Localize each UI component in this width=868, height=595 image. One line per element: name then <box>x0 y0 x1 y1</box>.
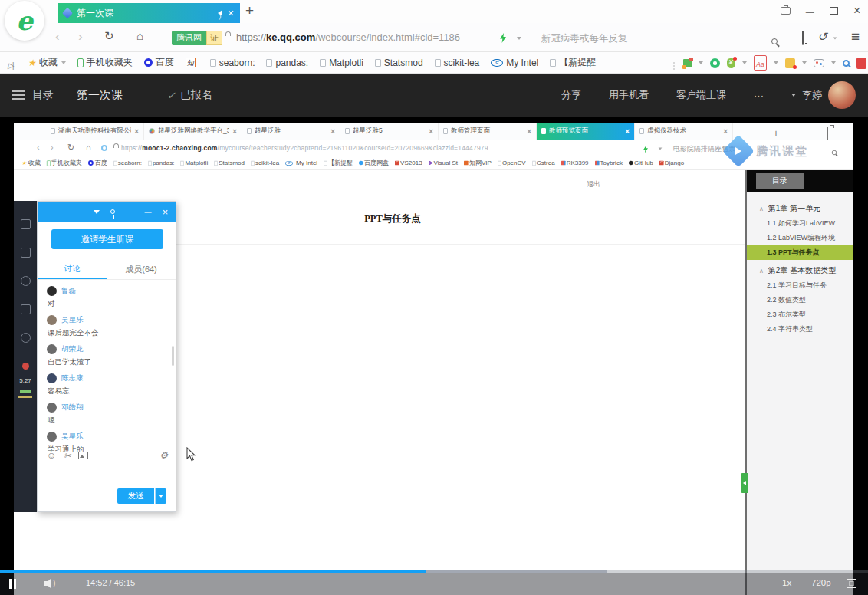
search-icon[interactable] <box>771 38 778 44</box>
rail-tool-icon[interactable] <box>21 304 31 314</box>
extension-gamepad-icon[interactable] <box>814 59 824 67</box>
logout-link[interactable]: 退出 <box>587 179 600 189</box>
tab-close-icon[interactable] <box>228 7 234 19</box>
client-app-button[interactable]: 客户端上课 <box>676 88 726 102</box>
forward-icon[interactable]: › <box>78 29 83 44</box>
outline-row[interactable]: 2.3 布尔类型 <box>747 307 853 322</box>
maximize-icon[interactable] <box>830 7 838 15</box>
user-menu[interactable]: 李婷 <box>791 81 856 109</box>
bookmark-item[interactable]: seaborn: <box>210 58 255 68</box>
inner-bookmark-item: 【新提醒 <box>324 159 353 167</box>
extension-red-icon[interactable] <box>856 58 866 69</box>
extension-blocks-icon[interactable] <box>683 59 692 67</box>
course-header: 目录 第一次课 已报名 分享 用手机看 客户端上课 ··· 李婷 <box>0 74 868 117</box>
more-button[interactable]: ··· <box>754 90 764 101</box>
browser-tab[interactable]: 第一次课 <box>58 3 240 23</box>
send-button[interactable]: 发送 <box>117 488 154 504</box>
outline-row[interactable]: 1.2 LabVIEW编程环境 <box>747 231 853 245</box>
outline-row[interactable]: 第1章 第一单元 <box>747 201 853 216</box>
settings-gear-icon[interactable] <box>159 450 168 461</box>
home-icon[interactable]: ⌂ <box>136 29 143 42</box>
rail-tool-icon[interactable] <box>21 248 31 258</box>
bookmark-item[interactable]: 手机收藏夹 <box>77 56 133 69</box>
chat-titlebar[interactable] <box>38 202 176 222</box>
back-icon[interactable]: ‹ <box>55 29 60 44</box>
tab-audio-icon[interactable] <box>218 10 222 16</box>
undo-icon[interactable] <box>817 30 827 44</box>
outline-tab[interactable]: 目录 <box>756 173 804 189</box>
invite-students-button[interactable]: 邀请学生听课 <box>51 229 163 249</box>
phone-sync-icon[interactable] <box>802 31 804 45</box>
outline-row[interactable]: 2.2 数值类型 <box>747 293 853 307</box>
chevron-down-icon[interactable] <box>774 61 778 64</box>
outline-row[interactable]: 1.3 PPT与任务点 <box>747 245 853 260</box>
screenshot-icon[interactable] <box>64 451 71 461</box>
rail-tool-icon[interactable] <box>21 219 31 229</box>
bookmark-item[interactable]: Statsmod <box>375 58 423 68</box>
extension-translate-icon[interactable] <box>754 55 767 71</box>
tab-discussion[interactable]: 讨论 <box>38 260 107 279</box>
search-input[interactable]: 新冠病毒或每年反复 <box>541 32 628 45</box>
volume-icon[interactable]: ) <box>44 579 57 589</box>
bookmark-icon <box>28 58 36 68</box>
extension-zoom-icon[interactable] <box>843 60 850 67</box>
chevron-down-icon[interactable] <box>94 210 100 214</box>
minimize-icon[interactable] <box>806 4 814 18</box>
rail-tool-icon[interactable] <box>21 276 31 286</box>
outline-row[interactable]: 2.4 字符串类型 <box>747 322 853 337</box>
chevron-down-icon[interactable] <box>699 61 703 64</box>
bookmark-item[interactable]: Matplotli <box>320 58 363 68</box>
reload-icon[interactable]: ↻ <box>104 29 114 43</box>
menu-icon[interactable] <box>851 28 860 45</box>
bookmark-item[interactable]: pandas: <box>266 58 308 68</box>
inner-bookmark-item: 知网VIP <box>464 159 492 167</box>
bookmark-item[interactable] <box>186 58 199 67</box>
rail-tool-icon[interactable] <box>21 333 31 343</box>
tab-members[interactable]: 成员(64) <box>107 260 176 279</box>
new-tab-button[interactable] <box>245 2 254 19</box>
playback-speed-button[interactable]: 1x <box>782 578 791 587</box>
chat-close-icon[interactable] <box>162 206 168 218</box>
bookmark-item[interactable]: scikit-lea <box>435 58 480 68</box>
catalog-menu-icon[interactable] <box>12 90 25 92</box>
bookmark-item[interactable]: 收藏 <box>28 56 66 69</box>
chevron-down-icon[interactable] <box>831 61 836 64</box>
url-dropdown-icon[interactable] <box>517 37 521 40</box>
drag-handle-icon[interactable] <box>673 62 675 64</box>
outline-row[interactable]: 第2章 基本数据类型 <box>747 263 853 278</box>
undo-dropdown-icon[interactable] <box>833 37 837 39</box>
video-player[interactable]: 湖南天功测控科技有限公司超星泛雅网络教学平台_360搜索超星泛雅超星泛雅5教师管… <box>0 117 868 595</box>
inner-browser-tab: 超星泛雅 <box>242 123 340 140</box>
close-icon[interactable] <box>853 4 860 18</box>
bookmark-item[interactable]: 百度 <box>144 56 174 69</box>
pause-button[interactable] <box>9 579 17 589</box>
emoji-icon[interactable] <box>47 450 56 461</box>
outline-row[interactable]: 1.1 如何学习LabVIEW <box>747 216 853 231</box>
bookmark-item[interactable]: My Intel <box>491 58 538 68</box>
sidebar-expand-icon[interactable] <box>8 58 12 71</box>
bookmarks-overflow-icon[interactable] <box>570 55 577 69</box>
chevron-down-icon[interactable] <box>802 61 807 64</box>
send-dropdown-icon[interactable] <box>155 488 166 504</box>
catalog-label[interactable]: 目录 <box>32 88 54 102</box>
share-button[interactable]: 分享 <box>561 88 581 102</box>
fullscreen-icon[interactable] <box>847 579 856 588</box>
extension-grid-icon[interactable] <box>785 58 795 68</box>
avatar[interactable] <box>828 81 856 109</box>
chevron-down-icon[interactable] <box>742 61 747 64</box>
address-bar[interactable]: https://ke.qq.com/webcourse/index.html#c… <box>236 31 460 43</box>
inner-bookmark-icon <box>532 160 536 165</box>
speed-bolt-icon[interactable] <box>500 33 506 43</box>
chat-minimize-icon[interactable] <box>144 208 151 216</box>
site-identity-badge[interactable]: 腾讯网 证 <box>172 30 222 45</box>
pin-icon[interactable] <box>110 209 115 214</box>
extension-note-icon[interactable] <box>710 58 720 68</box>
sidebar-collapse-handle[interactable] <box>741 473 748 493</box>
image-icon[interactable] <box>78 452 88 459</box>
scrollbar-thumb[interactable] <box>172 346 174 366</box>
outline-row[interactable]: 2.1 学习目标与任务 <box>747 278 853 293</box>
theme-icon[interactable] <box>781 7 791 15</box>
quality-button[interactable]: 720p <box>811 578 831 587</box>
extension-shield-icon[interactable] <box>727 58 735 68</box>
watch-on-phone-button[interactable]: 用手机看 <box>609 88 649 102</box>
